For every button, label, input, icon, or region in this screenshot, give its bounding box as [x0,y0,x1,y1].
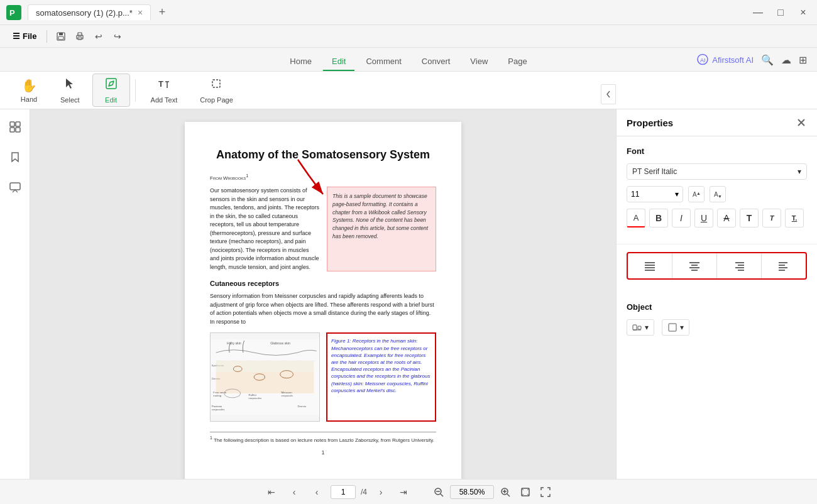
fullscreen-btn[interactable] [537,483,554,501]
canvas-area: Anatomy of the Somatosensory System From… [30,109,616,479]
last-page-btn[interactable]: ⇥ [395,483,412,501]
bold-btn[interactable]: B [649,209,668,227]
add-text-tool[interactable]: T Add Text [141,74,188,106]
font-name-select[interactable]: PT Serif Italic ▾ [627,163,807,180]
underline-color-btn[interactable]: A [627,209,645,227]
svg-text:Glabrous skin: Glabrous skin [270,342,290,346]
font-size-decrease-btn[interactable]: A▼ [710,186,726,202]
prev-page-btn2[interactable]: ‹ [308,483,326,501]
properties-header: Properties [617,109,817,136]
prev-page-btn[interactable]: ‹ [285,483,303,501]
tab-active[interactable]: somatosensory (1) (2).p...* × [28,4,151,20]
pdf-page-num: 1 [210,449,436,457]
align-right-btn[interactable] [717,253,762,278]
cloud-upload-icon[interactable]: ☁ [781,53,791,65]
new-tab-btn[interactable]: + [153,4,171,21]
zoom-value: 58.50% [459,488,485,496]
tab-close-btn[interactable]: × [138,8,143,18]
svg-text:▼: ▼ [718,194,722,199]
edit-tool[interactable]: Edit [92,74,130,107]
crop-page-tool[interactable]: Crop Page [190,74,243,106]
window-controls: — □ × [749,4,812,21]
svg-rect-16 [16,128,20,132]
tab-page[interactable]: Page [499,53,535,71]
object-size-btn[interactable]: ▾ [662,319,689,336]
save-icon[interactable] [52,28,70,45]
fit-page-btn[interactable] [517,483,534,501]
align-justify-btn[interactable] [628,253,672,278]
tab-view[interactable]: View [461,53,496,71]
next-page-btn[interactable]: › [372,483,390,501]
font-section-title: Font [627,146,807,156]
tab-comment[interactable]: Comment [357,53,410,71]
object-section-title: Object [627,302,807,312]
pdf-figure-caption[interactable]: Figure 1: Receptors in the human skin: M… [326,332,436,422]
font-size-increase-btn[interactable]: A▲ [688,186,705,202]
align-center-btn[interactable] [672,253,717,278]
pdf-note-box: This is a sample document to showcase pa… [327,187,436,271]
settings-icon[interactable]: ⊞ [799,53,807,65]
properties-close-btn[interactable] [796,117,807,128]
left-sidebar [0,109,30,479]
italic-btn[interactable]: I [672,209,691,227]
svg-rect-15 [10,128,14,132]
svg-text:AI: AI [700,57,706,63]
menu-toolbar: ↩ ↪ [52,28,126,45]
thumbnail-panel-btn[interactable] [5,117,25,137]
properties-title: Properties [627,118,673,128]
page-number-input[interactable]: 1 [331,485,356,499]
zoom-value-input[interactable]: 58.50% [450,485,494,499]
first-page-btn[interactable]: ⇤ [263,483,280,501]
comment-panel-btn[interactable] [5,177,25,197]
object-align-btn[interactable]: ▾ [627,319,654,336]
menu-divider [47,30,47,43]
main-area: Anatomy of the Somatosensory System From… [0,109,817,479]
close-btn[interactable]: × [794,4,812,21]
svg-rect-23 [216,361,314,371]
search-icon[interactable]: 🔍 [761,53,774,65]
redo-icon[interactable]: ↪ [109,28,126,45]
file-menu[interactable]: ☰ File [5,29,44,43]
pdf-page: Anatomy of the Somatosensory System From… [185,122,461,479]
titlebar: P somatosensory (1) (2).p...* × + — □ × [0,0,817,25]
crop-label: Crop Page [200,96,233,104]
object-row: ▾ ▾ [627,319,807,336]
tab-convert[interactable]: Convert [413,53,459,71]
bottombar: ⇤ ‹ ‹ 1 /4 › ⇥ 58.50% [0,479,817,504]
tab-home[interactable]: Home [281,53,321,71]
minimize-btn[interactable]: — [749,4,767,21]
underline-btn[interactable]: U [694,209,713,227]
font-style-row: A B I U A T T T. [627,209,807,227]
maximize-btn[interactable]: □ [772,4,789,21]
zoom-controls: 58.50% [430,483,554,501]
hand-tool[interactable]: ✋ Hand [10,75,48,106]
pdf-figure-image: Hairy skin Glabrous skin Epidermis Dermi… [210,332,320,422]
svg-rect-64 [669,324,676,331]
align-left-btn[interactable] [762,253,806,278]
svg-text:corpuscles: corpuscles [249,397,262,400]
pdf-from-wiki: From Wikibooks1 [210,173,436,182]
svg-text:Meissner: Meissner [281,391,292,394]
strikethrough-btn[interactable]: A [717,209,736,227]
toolbar-sep [135,79,136,102]
text-style-T2-btn[interactable]: T [762,209,781,227]
navtabs-right: AI Afirstsoft AI 🔍 ☁ ⊞ [697,53,807,65]
add-text-label: Add Text [151,96,178,104]
svg-text:T: T [158,79,163,89]
print-icon[interactable] [71,28,89,45]
svg-line-67 [441,494,443,496]
properties-panel: Properties Font PT Serif Italic ▾ 11 ▾ [616,109,817,479]
select-tool[interactable]: Select [50,74,90,106]
undo-icon[interactable]: ↩ [90,28,107,45]
bookmark-panel-btn[interactable] [5,147,25,167]
font-name-row: PT Serif Italic ▾ [627,163,807,180]
select-label: Select [60,96,80,104]
text-clear-btn[interactable]: T. [785,209,804,227]
zoom-in-btn[interactable] [496,483,514,501]
ai-button[interactable]: AI Afirstsoft AI [697,54,754,65]
zoom-out-btn[interactable] [430,483,447,501]
text-style-T-btn[interactable]: T [740,209,759,227]
tab-edit[interactable]: Edit [323,53,354,71]
hand-icon: ✋ [21,78,37,93]
font-size-select[interactable]: 11 ▾ [627,186,683,202]
